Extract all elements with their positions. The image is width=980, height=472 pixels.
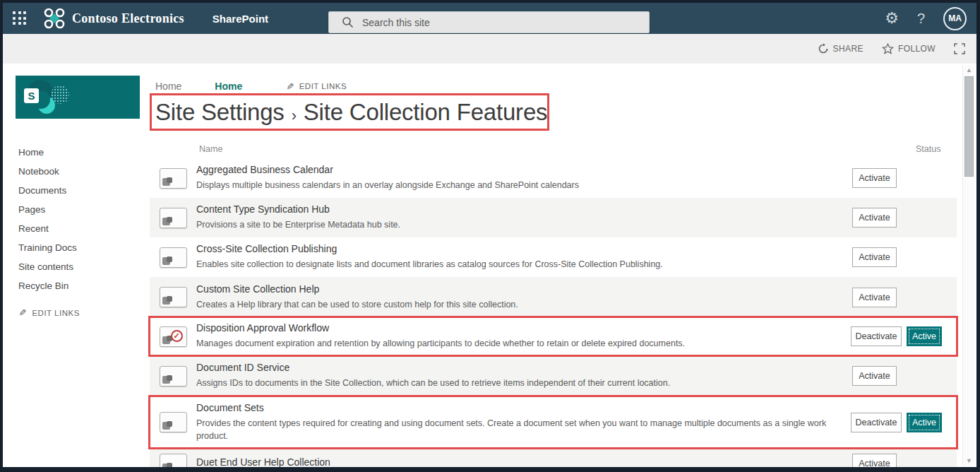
scrollbar-thumb[interactable]: [964, 76, 974, 177]
feature-icon: [160, 412, 187, 432]
active-status-badge: Active: [907, 413, 942, 432]
follow-button[interactable]: FOLLOW: [882, 43, 936, 54]
breadcrumb-site[interactable]: Home: [155, 81, 181, 92]
vertical-scrollbar[interactable]: ▲ ▼: [962, 65, 974, 466]
feature-icon-cell: [150, 454, 196, 468]
feature-row: Content Type Syndication HubProvisions a…: [150, 198, 957, 237]
workflow-feature-icon: ✓: [160, 326, 187, 347]
sidebar-item-pages[interactable]: Pages: [3, 200, 150, 219]
feature-text: Aggregated Business CalendarDisplays mul…: [196, 164, 851, 191]
workflow-check-icon: ✓: [171, 330, 183, 342]
sharepoint-logo-letter: S: [24, 88, 39, 103]
feature-text: Content Type Syndication HubProvisions a…: [196, 203, 851, 231]
feature-icon: [160, 247, 187, 268]
sidebar-item-notebook[interactable]: Notebook: [3, 162, 150, 181]
activate-button[interactable]: Activate: [852, 247, 897, 267]
suite-bar: Contoso Electronics SharePoint ⚙ ? MA: [3, 3, 976, 34]
title-separator: ›: [292, 107, 297, 124]
page-command-bar: SHARE FOLLOW: [3, 34, 976, 64]
search-input[interactable]: [362, 17, 616, 28]
feature-text: Custom Site Collection HelpCreates a Hel…: [196, 283, 851, 311]
feature-actions: Activate: [851, 208, 957, 228]
feature-description: Manages document expiration and retentio…: [196, 337, 837, 350]
feature-name: Document ID Service: [196, 362, 837, 373]
feature-description: Displays multiple business calendars in …: [196, 179, 837, 191]
feature-icon-cell: [150, 287, 196, 307]
sidebar-item-training-docs[interactable]: Training Docs: [3, 238, 150, 257]
feature-name: Document Sets: [196, 402, 837, 413]
scroll-up-arrow[interactable]: ▲: [963, 65, 975, 75]
sharepoint-label[interactable]: SharePoint: [213, 13, 268, 25]
feature-actions: Activate: [851, 454, 957, 467]
deactivate-button[interactable]: Deactivate: [851, 413, 902, 432]
main-area: S Home Notebook Documents Pages Recent T…: [3, 64, 976, 467]
feature-icon: [160, 366, 187, 387]
activate-button[interactable]: Activate: [852, 288, 897, 307]
feature-name: Duet End User Help Collection: [196, 456, 837, 468]
help-icon[interactable]: ?: [917, 11, 925, 25]
share-button[interactable]: SHARE: [818, 43, 864, 54]
feature-row: Custom Site Collection HelpCreates a Hel…: [150, 277, 957, 317]
app-launcher-icon[interactable]: [11, 10, 28, 27]
feature-icon: [160, 287, 187, 307]
features-list: Aggregated Business CalendarDisplays mul…: [150, 158, 957, 467]
feature-description: Provides the content types required for …: [196, 417, 837, 442]
active-status-badge: Active: [907, 326, 942, 346]
feature-icon: [160, 168, 187, 189]
feature-actions: DeactivateActive: [851, 326, 957, 346]
feature-icon-cell: ✓: [150, 326, 196, 347]
activate-button[interactable]: Activate: [852, 168, 897, 188]
sidebar-item-site-contents[interactable]: Site contents: [3, 257, 150, 276]
page-title-highlight-box: Site Settings›Site Collection Features: [150, 93, 549, 131]
brand-title: Contoso Electronics: [72, 11, 184, 26]
feature-icon-cell: [150, 412, 196, 432]
follow-label: FOLLOW: [898, 44, 936, 54]
column-header-name: Name: [199, 144, 222, 154]
title-site-settings: Site Settings: [155, 99, 285, 125]
sidebar-item-home[interactable]: Home: [3, 143, 150, 162]
settings-gear-icon[interactable]: ⚙: [885, 11, 899, 26]
sidebar-edit-links[interactable]: ✎ EDIT LINKS: [3, 307, 150, 318]
feature-icon-cell: [150, 168, 196, 189]
feature-icon: [160, 454, 187, 468]
feature-row: Aggregated Business CalendarDisplays mul…: [150, 158, 957, 198]
column-header-status: Status: [916, 144, 940, 154]
feature-icon-cell: [150, 208, 196, 228]
feature-name: Content Type Syndication Hub: [196, 203, 837, 215]
account-avatar[interactable]: MA: [943, 7, 967, 30]
follow-star-icon: [882, 43, 894, 54]
feature-description: Enables site collection to designate lis…: [196, 258, 837, 271]
edit-pencil-icon: ✎: [18, 307, 26, 318]
feature-text: Document SetsProvides the content types …: [196, 402, 851, 442]
feature-text: Duet End User Help Collection: [196, 456, 851, 468]
activate-button[interactable]: Activate: [852, 454, 897, 467]
activate-button[interactable]: Activate: [852, 366, 897, 386]
edit-pencil-icon: ✎: [286, 81, 294, 92]
site-logo-tile[interactable]: S: [16, 76, 140, 119]
focus-mode-icon: [954, 43, 965, 54]
feature-name: Aggregated Business Calendar: [196, 164, 837, 175]
browser-viewport: Contoso Electronics SharePoint ⚙ ? MA: [3, 3, 976, 467]
sidebar-item-recycle-bin[interactable]: Recycle Bin: [3, 276, 150, 295]
feature-icon: [160, 208, 187, 228]
feature-row: Duet End User Help CollectionActivate: [150, 448, 957, 467]
feature-row: Document ID ServiceAssigns IDs to docume…: [150, 355, 957, 396]
focus-mode-button[interactable]: [954, 43, 965, 54]
feature-text: Document ID ServiceAssigns IDs to docume…: [196, 362, 851, 389]
sidebar-item-recent[interactable]: Recent: [3, 219, 150, 238]
feature-description: Creates a Help library that can be used …: [196, 298, 837, 311]
feature-text: Cross-Site Collection PublishingEnables …: [196, 243, 851, 271]
deactivate-button[interactable]: Deactivate: [851, 326, 902, 346]
activate-button[interactable]: Activate: [852, 208, 897, 228]
breadcrumb-edit-links[interactable]: ✎ EDIT LINKS: [286, 81, 347, 92]
feature-icon-cell: [150, 366, 196, 387]
scroll-down-arrow[interactable]: ▼: [963, 456, 975, 466]
sidebar-item-documents[interactable]: Documents: [3, 181, 150, 200]
search-icon: [342, 16, 354, 28]
title-site-collection-features: Site Collection Features: [304, 99, 548, 125]
feature-actions: Activate: [851, 247, 957, 267]
feature-name: Custom Site Collection Help: [196, 283, 837, 295]
page-title: Site Settings›Site Collection Features: [155, 99, 547, 126]
breadcrumb-current[interactable]: Home: [215, 81, 242, 92]
feature-description: Provisions a site to be Enterprise Metad…: [196, 218, 837, 231]
